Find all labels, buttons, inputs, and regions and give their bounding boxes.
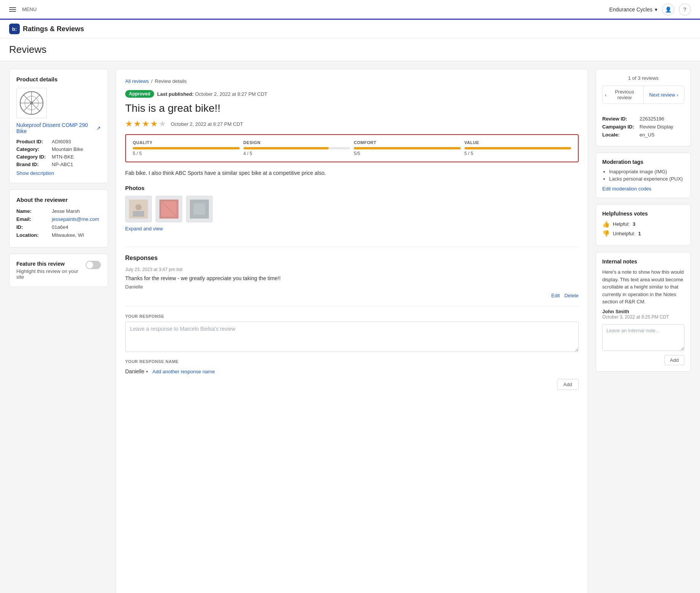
breadcrumb-all-reviews[interactable]: All reviews — [125, 78, 149, 84]
product-id-value: ADI6093 — [52, 139, 71, 144]
locale-label: Locale: — [602, 132, 636, 138]
helpfulness-title: Helpfulness votes — [602, 211, 684, 217]
unhelpful-label: Unhelpful: — [613, 231, 635, 236]
star-2: ★ — [134, 119, 141, 129]
main-panel: All reviews / Review details Approved La… — [116, 69, 588, 593]
photo-2[interactable] — [156, 196, 182, 222]
status-badge: Approved — [125, 90, 154, 98]
product-id-label: Product ID: — [16, 139, 49, 144]
chevron-right-icon: › — [677, 92, 678, 98]
add-response-button[interactable]: Add — [557, 379, 579, 390]
nav-buttons: ‹ Previous review Next review › — [602, 86, 684, 104]
reviewer-location-label: Location: — [16, 232, 49, 238]
previous-review-label: Previous review — [608, 89, 641, 100]
response-item: July 23, 2023 at 3:47 pm bst Thanks for … — [125, 267, 579, 298]
help-icon[interactable]: ? — [679, 3, 691, 16]
response-name-selector[interactable]: Danielle ▾ — [125, 368, 148, 374]
store-selector[interactable]: Endurance Cycles ▾ — [609, 6, 657, 13]
reviewer-name-row: Name: Jesse Marsh — [16, 208, 101, 214]
category-value: Mountain Bike — [52, 146, 83, 152]
locale-row: Locale: en_US — [602, 132, 684, 138]
review-id-value: 226325196 — [640, 116, 664, 122]
menu-label: MENU — [22, 6, 37, 12]
page-title: Reviews — [9, 44, 691, 55]
responses-section: Responses July 23, 2023 at 3:47 pm bst T… — [125, 255, 579, 298]
right-panel: 1 of 3 reviews ‹ Previous review Next re… — [596, 69, 691, 593]
response-actions: Edit Delete — [125, 293, 579, 298]
top-bar-right: Endurance Cycles ▾ 👤 ? — [609, 3, 691, 16]
internal-notes-title: Internal notes — [602, 258, 684, 265]
feature-toggle[interactable] — [86, 261, 101, 269]
star-1: ★ — [125, 119, 133, 129]
feature-review-text: Feature this review Highlight this revie… — [16, 261, 86, 280]
divider-1 — [125, 247, 579, 247]
reviewer-email-label: Email: — [16, 216, 49, 222]
your-response-input[interactable] — [125, 322, 579, 352]
photos-label: Photos — [125, 185, 579, 191]
product-name: Nukeproof Dissent COMP 290 Bike — [16, 122, 95, 134]
response-name-row: Danielle ▾ Add another response name — [125, 368, 579, 374]
responses-label: Responses — [125, 255, 579, 262]
star-3: ★ — [142, 119, 150, 129]
store-name: Endurance Cycles — [609, 6, 652, 13]
content-area: Product details Nukeproof Dissent COMP 2… — [0, 61, 700, 593]
moderation-list: Inappropriate image (IMG)Lacks personal … — [602, 169, 684, 182]
moderation-panel: Moderation tags Inappropriate image (IMG… — [596, 152, 691, 198]
menu-button[interactable] — [9, 7, 16, 12]
product-link[interactable]: Nukeproof Dissent COMP 290 Bike ↗ — [16, 122, 101, 134]
brand-area: b: Ratings & Reviews — [0, 20, 700, 38]
reviewer-email-value[interactable]: jessepaints@me.com — [52, 216, 99, 222]
ratings-grid: Quality 5 / 5 Design 4 / 5 Comfort 5/5 V… — [125, 134, 579, 162]
review-info-panel: Review ID: 226325196 Campaign ID: Review… — [596, 110, 691, 146]
review-text: Fab bike. I also think ABC Sports have a… — [125, 169, 579, 177]
expand-link[interactable]: Expand and view — [125, 226, 163, 231]
next-review-button[interactable]: Next review › — [644, 86, 684, 103]
left-panel: Product details Nukeproof Dissent COMP 2… — [9, 69, 108, 593]
published-label: Last published: — [157, 91, 194, 97]
edit-response-button[interactable]: Edit — [551, 293, 560, 298]
breadcrumb-separator: / — [151, 78, 153, 84]
brand-id-label: Brand ID: — [16, 162, 49, 167]
reviewer-location-value: Milwaukee, WI — [52, 232, 84, 238]
review-id-label: Review ID: — [602, 116, 636, 122]
brand-title: Ratings & Reviews — [23, 25, 84, 33]
svg-rect-9 — [133, 211, 144, 217]
reviewer-name-value: Jesse Marsh — [52, 208, 80, 214]
star-5: ★ — [159, 119, 166, 129]
helpfulness-panel: Helpfulness votes 👍 Helpful: 3 👎 Unhelpf… — [596, 204, 691, 246]
chevron-left-icon: ‹ — [605, 92, 606, 98]
chevron-down-icon: ▾ — [655, 6, 657, 13]
reviewer-id-value: 01a6e4 — [52, 224, 68, 230]
published-info: Last published: October 2, 2022 at 8:27 … — [157, 91, 267, 97]
add-response-name-link[interactable]: Add another response name — [153, 369, 215, 374]
show-description-link[interactable]: Show description — [16, 170, 101, 176]
photo-1[interactable] — [125, 196, 152, 222]
response-meta: July 23, 2023 at 3:47 pm bst — [125, 267, 579, 272]
product-image — [16, 88, 47, 118]
moderation-title: Moderation tags — [602, 159, 684, 165]
previous-review-button[interactable]: ‹ Previous review — [603, 86, 644, 103]
internal-note-text: Here's a note to show how this would dis… — [602, 268, 684, 306]
review-id-row: Review ID: 226325196 — [602, 116, 684, 122]
divider-2 — [125, 306, 579, 306]
add-note-button[interactable]: Add — [664, 355, 684, 365]
review-status-row: Approved Last published: October 2, 2022… — [125, 90, 579, 98]
rating-item: Value 5 / 5 — [465, 140, 571, 156]
review-count: 1 of 3 reviews — [602, 75, 684, 81]
photo-3[interactable] — [186, 196, 213, 222]
reviewer-id-row: ID: 01a6e4 — [16, 224, 101, 230]
review-title: This is a great bike!! — [125, 102, 579, 114]
response-text: Thanks for the review - we greatly appre… — [125, 274, 579, 282]
breadcrumb: All reviews / Review details — [125, 78, 579, 84]
edit-moderation-codes-link[interactable]: Edit moderation codes — [602, 186, 651, 192]
brand-id-value: NP-ABC1 — [52, 162, 73, 167]
published-date: October 2, 2022 at 8:27 PM CDT — [195, 91, 267, 97]
helpful-label: Helpful: — [613, 221, 630, 227]
thumbs-down-icon: 👎 — [602, 230, 610, 237]
internal-note-input[interactable] — [602, 324, 684, 351]
delete-response-button[interactable]: Delete — [564, 293, 579, 298]
moderation-tag: Inappropriate image (IMG) — [609, 169, 684, 174]
reviewer-title: About the reviewer — [16, 197, 101, 203]
user-icon[interactable]: 👤 — [662, 3, 674, 16]
rating-item: Comfort 5/5 — [354, 140, 461, 156]
